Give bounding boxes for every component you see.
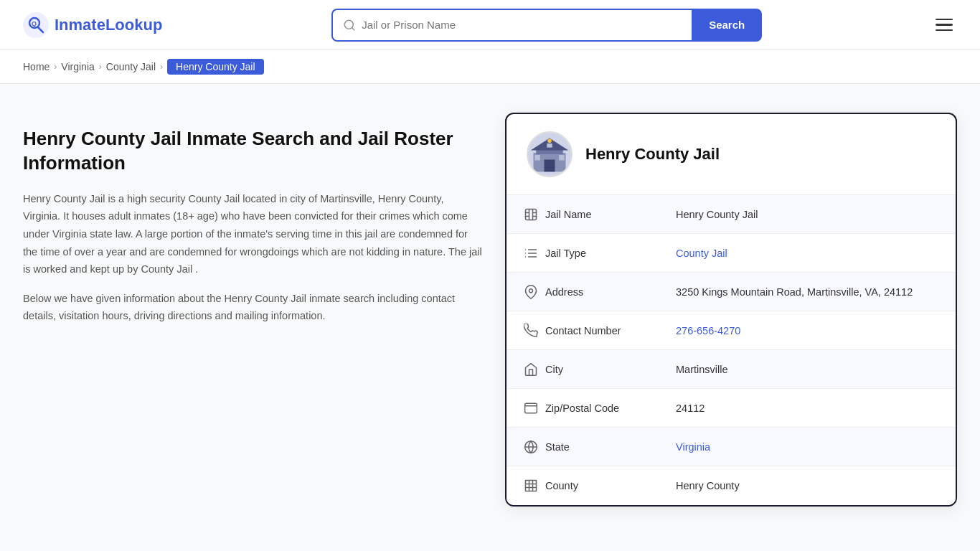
svg-rect-29 bbox=[525, 403, 537, 413]
hamburger-menu[interactable] bbox=[931, 14, 957, 36]
table-row: Jail Name Henry County Jail bbox=[507, 195, 956, 234]
jail-type-link[interactable]: County Jail bbox=[676, 248, 727, 259]
label-contact: Contact Number bbox=[507, 315, 664, 347]
right-column: Henry County Jail Jail Name Henry County… bbox=[505, 113, 957, 507]
search-icon bbox=[343, 19, 356, 32]
table-row: Jail Type County Jail bbox=[507, 234, 956, 273]
label-zip: Zip/Postal Code bbox=[507, 392, 664, 424]
globe-icon bbox=[524, 440, 538, 454]
jail-avatar bbox=[527, 131, 573, 177]
hamburger-line-1 bbox=[936, 19, 953, 21]
label-state: State bbox=[507, 431, 664, 463]
table-row: Address 3250 Kings Mountain Road, Martin… bbox=[507, 273, 956, 311]
svg-point-28 bbox=[529, 288, 533, 292]
info-table: Jail Name Henry County Jail Jail Type Co… bbox=[507, 195, 956, 505]
logo[interactable]: Q InmateLookup bbox=[23, 12, 162, 38]
city-icon bbox=[524, 362, 538, 377]
label-address: Address bbox=[507, 276, 664, 308]
list-icon bbox=[524, 246, 538, 260]
zip-value: 24112 bbox=[664, 394, 956, 423]
left-column: Henry County Jail Inmate Search and Jail… bbox=[23, 113, 482, 336]
breadcrumb-home[interactable]: Home bbox=[23, 61, 50, 72]
search-area: Search bbox=[331, 9, 762, 42]
logo-suffix: Lookup bbox=[105, 16, 162, 34]
svg-point-14 bbox=[547, 138, 552, 143]
logo-icon: Q bbox=[23, 12, 49, 38]
zip-icon bbox=[524, 401, 538, 415]
svg-rect-15 bbox=[526, 209, 537, 220]
search-input-wrapper bbox=[331, 9, 692, 42]
jail-building-icon bbox=[528, 133, 571, 176]
table-row: County Henry County bbox=[507, 466, 956, 505]
address-label: Address bbox=[545, 286, 583, 298]
description-2: Below we have given information about th… bbox=[23, 290, 482, 325]
county-value: Henry County bbox=[664, 471, 956, 500]
county-label: County bbox=[545, 480, 578, 491]
city-label: City bbox=[545, 364, 563, 375]
jail-type-value[interactable]: County Jail bbox=[664, 239, 956, 268]
breadcrumb-virginia-link[interactable]: Virginia bbox=[61, 61, 94, 72]
state-label: State bbox=[545, 441, 570, 453]
search-button[interactable]: Search bbox=[692, 9, 762, 42]
table-row: State Virginia bbox=[507, 428, 956, 466]
info-card: Henry County Jail Jail Name Henry County… bbox=[505, 113, 957, 507]
search-input[interactable] bbox=[362, 19, 682, 31]
svg-rect-13 bbox=[547, 143, 552, 148]
jail-icon bbox=[524, 207, 538, 222]
site-header: Q InmateLookup Search bbox=[0, 0, 980, 50]
label-city: City bbox=[507, 354, 664, 385]
breadcrumb: Home › Virginia › County Jail › Henry Co… bbox=[0, 50, 980, 84]
page-title: Henry County Jail Inmate Search and Jail… bbox=[23, 127, 482, 176]
svg-rect-11 bbox=[534, 155, 540, 161]
svg-rect-10 bbox=[545, 160, 555, 172]
table-row: City Martinsville bbox=[507, 350, 956, 389]
phone-icon bbox=[524, 324, 538, 338]
jail-name-label: Jail Name bbox=[545, 209, 591, 220]
contact-label: Contact Number bbox=[545, 325, 621, 336]
breadcrumb-county-jail[interactable]: County Jail bbox=[106, 61, 156, 72]
jail-type-label: Jail Type bbox=[545, 248, 586, 259]
logo-prefix: Inmate bbox=[55, 16, 105, 34]
contact-link[interactable]: 276-656-4270 bbox=[676, 325, 740, 336]
svg-rect-12 bbox=[559, 155, 565, 161]
city-value: Martinsville bbox=[664, 355, 956, 384]
svg-line-5 bbox=[352, 27, 354, 29]
breadcrumb-home-link[interactable]: Home bbox=[23, 61, 50, 72]
card-header: Henry County Jail bbox=[507, 114, 956, 195]
label-jail-name: Jail Name bbox=[507, 199, 664, 230]
hamburger-line-2 bbox=[936, 24, 953, 26]
table-row: Contact Number 276-656-4270 bbox=[507, 311, 956, 350]
jail-name-value: Henry County Jail bbox=[664, 200, 956, 229]
zip-label: Zip/Postal Code bbox=[545, 402, 619, 414]
logo-text: InmateLookup bbox=[55, 16, 162, 34]
county-icon bbox=[524, 479, 538, 493]
address-value: 3250 Kings Mountain Road, Martinsville, … bbox=[664, 278, 956, 306]
state-link[interactable]: Virginia bbox=[676, 441, 710, 453]
description-1: Henry County Jail is a high security Cou… bbox=[23, 190, 482, 278]
svg-text:Q: Q bbox=[32, 20, 37, 27]
breadcrumb-current: Henry County Jail bbox=[167, 59, 264, 75]
breadcrumb-virginia[interactable]: Virginia bbox=[61, 61, 94, 72]
breadcrumb-sep-3: › bbox=[160, 62, 163, 72]
breadcrumb-sep-1: › bbox=[54, 62, 57, 72]
label-county: County bbox=[507, 470, 664, 501]
label-jail-type: Jail Type bbox=[507, 237, 664, 269]
location-icon bbox=[524, 285, 538, 299]
contact-value[interactable]: 276-656-4270 bbox=[664, 316, 956, 345]
hamburger-line-3 bbox=[936, 29, 953, 32]
state-value[interactable]: Virginia bbox=[664, 433, 956, 461]
main-content: Henry County Jail Inmate Search and Jail… bbox=[0, 84, 980, 535]
card-jail-name: Henry County Jail bbox=[585, 145, 720, 164]
breadcrumb-county-jail-link[interactable]: County Jail bbox=[106, 61, 156, 72]
table-row: Zip/Postal Code 24112 bbox=[507, 389, 956, 428]
breadcrumb-sep-2: › bbox=[99, 62, 102, 72]
